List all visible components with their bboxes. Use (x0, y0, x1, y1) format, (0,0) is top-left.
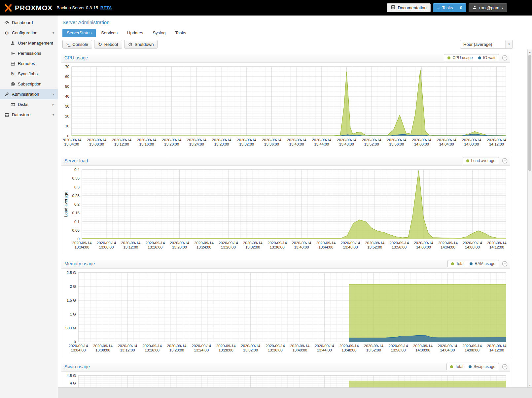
sidebar-item-label: Sync Jobs (18, 71, 38, 76)
legend-dot (470, 262, 473, 265)
sidebar-item-user-management[interactable]: User Management (0, 38, 58, 48)
user-menu-button[interactable]: root@pam ▾ (469, 3, 507, 12)
svg-text:13:56:00: 13:56:00 (392, 245, 407, 249)
svg-text:13:24:00: 13:24:00 (189, 142, 204, 146)
tab-tasks[interactable]: Tasks (171, 29, 190, 37)
time-range-select[interactable]: Hour (average) ▾ (460, 40, 513, 49)
collapse-panel-button[interactable] (502, 55, 508, 61)
legend-dot (469, 365, 472, 368)
svg-text:2020-09-14: 2020-09-14 (292, 241, 311, 245)
beta-link[interactable]: BETA (100, 5, 112, 10)
sidebar-item-remotes[interactable]: Remotes (0, 58, 58, 69)
svg-text:13:32:00: 13:32:00 (243, 348, 258, 352)
svg-text:13:24:00: 13:24:00 (194, 348, 209, 352)
svg-text:2020-09-14: 2020-09-14 (312, 138, 331, 142)
user-name: root@pam (479, 5, 499, 10)
svg-text:0.25: 0.25 (72, 194, 80, 198)
svg-text:13:16:00: 13:16:00 (139, 142, 154, 146)
svg-text:0.35: 0.35 (72, 176, 80, 180)
svg-text:2020-09-14: 2020-09-14 (237, 138, 256, 142)
legend-label: RAM usage (475, 261, 495, 266)
chevron-down-icon[interactable]: ▾ (53, 31, 54, 35)
svg-text:13:12:00: 13:12:00 (120, 348, 135, 352)
sidebar-item-datastore[interactable]: Datastore▾ (0, 110, 58, 120)
svg-text:13:48:00: 13:48:00 (343, 245, 358, 249)
bottom-scroll-strip (58, 387, 532, 398)
tab-updates[interactable]: Updates (123, 29, 147, 37)
collapse-panel-button[interactable] (502, 158, 508, 164)
panel-title: CPU usage (64, 55, 88, 60)
vertical-scrollbar[interactable]: ▲ ▼ (527, 50, 532, 387)
legend-dot (466, 159, 469, 162)
chevron-down-icon[interactable]: ▾ (53, 93, 54, 96)
sidebar-item-label: Disks (18, 102, 28, 107)
refresh-icon: ↻ (10, 72, 16, 76)
tab-services[interactable]: Services (97, 29, 122, 37)
sidebar-item-disks[interactable]: Disks▸ (0, 99, 58, 110)
legend-item: RAM usage (470, 261, 495, 266)
svg-text:13:20:00: 13:20:00 (169, 348, 184, 352)
tab-serverstatus[interactable]: ServerStatus (62, 29, 96, 37)
collapse-panel-button[interactable] (502, 364, 508, 370)
sidebar-item-sync-jobs[interactable]: ↻Sync Jobs (0, 69, 58, 79)
svg-text:13:44:00: 13:44:00 (314, 142, 329, 146)
svg-text:2020-09-14: 2020-09-14 (266, 344, 285, 348)
scroll-up-arrow[interactable]: ▲ (528, 50, 532, 54)
tab-syslog[interactable]: Syslog (148, 29, 170, 37)
svg-text:2020-09-14: 2020-09-14 (121, 241, 140, 245)
legend-label: CPU usage (452, 55, 473, 60)
svg-text:14:12:00: 14:12:00 (489, 348, 504, 352)
svg-text:2020-09-14: 2020-09-14 (118, 344, 137, 348)
sidebar-item-configuration[interactable]: ⚙Configuration▾ (0, 28, 58, 38)
sidebar-item-subscription[interactable]: Subscription (0, 79, 58, 89)
tab-bar: ServerStatusServicesUpdatesSyslogTasks (62, 29, 532, 37)
svg-text:13:40:00: 13:40:00 (292, 348, 307, 352)
tasks-button[interactable]: ≡ Tasks 0 (433, 3, 466, 12)
svg-text:13:52:00: 13:52:00 (364, 142, 379, 146)
svg-text:13:36:00: 13:36:00 (270, 245, 285, 249)
collapse-panel-button[interactable] (502, 261, 508, 267)
svg-text:2020-09-14: 2020-09-14 (438, 344, 457, 348)
svg-text:40: 40 (65, 94, 69, 98)
svg-text:0: 0 (67, 134, 69, 138)
svg-text:14:00:00: 14:00:00 (414, 142, 429, 146)
scroll-down-arrow[interactable]: ▼ (528, 383, 532, 387)
chevron-right-icon[interactable]: ▸ (53, 103, 54, 106)
legend-dot (447, 56, 450, 59)
svg-text:13:28:00: 13:28:00 (221, 245, 236, 249)
sidebar-item-permissions[interactable]: Permissions (0, 48, 58, 58)
svg-text:13:04:00: 13:04:00 (75, 245, 89, 249)
svg-text:14:04:00: 14:04:00 (440, 348, 455, 352)
svg-text:14:00:00: 14:00:00 (415, 348, 430, 352)
brand-wordmark: PROXMOX (15, 4, 53, 12)
svg-text:13:28:00: 13:28:00 (214, 142, 229, 146)
svg-text:13:20:00: 13:20:00 (164, 142, 179, 146)
documentation-button[interactable]: Documentation (387, 3, 430, 12)
console-button[interactable]: >_Console (62, 40, 92, 49)
reboot-button[interactable]: ↻Reboot (94, 40, 122, 49)
sidebar-item-dashboard[interactable]: Dashboard (0, 17, 58, 28)
svg-text:13:48:00: 13:48:00 (342, 348, 357, 352)
svg-text:2020-09-14: 2020-09-14 (267, 241, 287, 245)
svg-text:2020-09-14: 2020-09-14 (316, 241, 336, 245)
shutdown-button[interactable]: Shutdown (124, 40, 158, 49)
scrollbar-thumb[interactable] (528, 55, 531, 171)
sidebar-item-administration[interactable]: Administration▾ (0, 89, 58, 99)
disk-icon (10, 102, 16, 107)
svg-text:30: 30 (65, 104, 69, 108)
legend-label: IO wait (483, 55, 495, 60)
svg-text:14:08:00: 14:08:00 (464, 142, 479, 146)
chevron-down-icon[interactable]: ▾ (505, 40, 513, 48)
panel-title: Swap usage (64, 364, 90, 369)
chevron-down-icon[interactable]: ▾ (53, 113, 54, 116)
svg-text:13:48:00: 13:48:00 (339, 142, 354, 146)
svg-text:1.5 G: 1.5 G (67, 298, 76, 302)
svg-text:2020-09-14: 2020-09-14 (170, 241, 189, 245)
chart-legend: TotalSwap usage (446, 363, 499, 370)
svg-text:13:56:00: 13:56:00 (389, 142, 404, 146)
svg-text:2020-09-14: 2020-09-14 (389, 241, 409, 245)
sidebar-item-label: Configuration (12, 30, 37, 35)
svg-text:13:44:00: 13:44:00 (317, 348, 332, 352)
product-version: Backup Server 0.8-15 (56, 5, 98, 10)
svg-text:2020-09-14: 2020-09-14 (187, 138, 206, 142)
